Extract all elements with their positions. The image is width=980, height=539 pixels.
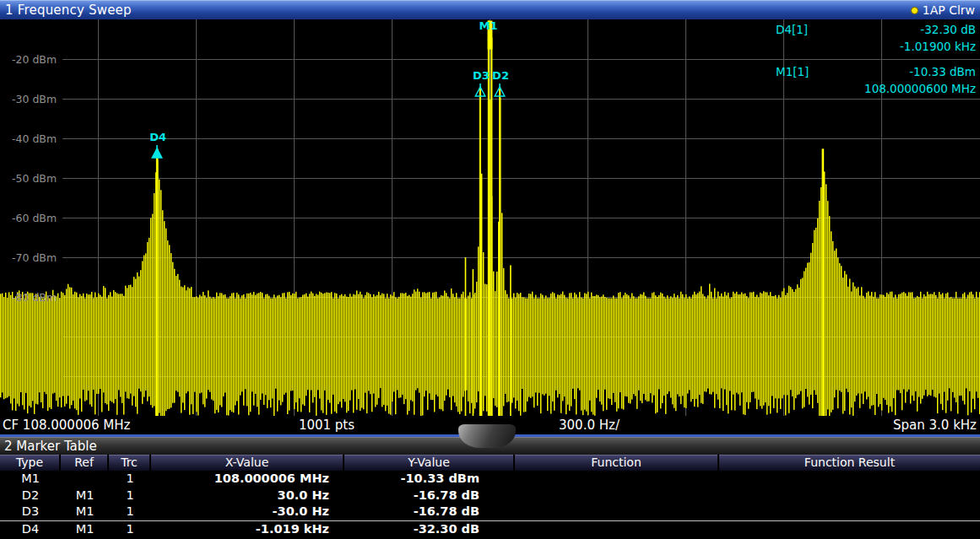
table-cell	[719, 521, 980, 538]
column-header-trc: Trc	[109, 455, 151, 471]
table-cell	[719, 504, 980, 520]
table-cell: 1	[109, 471, 151, 488]
table-cell	[719, 488, 980, 504]
column-header-y-value: Y-Value	[344, 455, 515, 471]
readout-marker-value: -32.30 dB	[920, 21, 976, 38]
table-cell	[515, 504, 719, 520]
trace-active-dot-icon	[911, 7, 918, 14]
table-cell	[61, 471, 109, 488]
marker-label-m1[interactable]: M1	[479, 19, 498, 32]
readout-marker-name: M1[1]	[776, 63, 809, 80]
marker-symbol-d2[interactable]	[494, 84, 506, 101]
column-header-function-result: Function Result	[719, 455, 980, 471]
y-axis-tick-label: -80 dBm	[12, 291, 57, 304]
analyzer-screen: 1 Frequency Sweep 1AP Clrw -20 dBm-30 dB…	[0, 0, 980, 539]
marker-table: TypeRefTrcX-ValueY-ValueFunctionFunction…	[0, 455, 980, 537]
readout-m11[interactable]: M1[1]-10.33 dBm108.00000600 MHz	[776, 63, 976, 98]
sweep-points-value: 1001 pts	[284, 418, 369, 433]
trace-indicator[interactable]: 1AP Clrw	[911, 3, 975, 17]
table-cell: D2	[0, 488, 61, 504]
marker-table-header: TypeRefTrcX-ValueY-ValueFunctionFunction…	[0, 455, 980, 471]
center-frequency-value[interactable]: CF 108.000006 MHz	[3, 418, 130, 433]
marker-table-row-d4[interactable]: D4M11-1.019 kHz-32.30 dB	[0, 521, 980, 538]
readout-d41[interactable]: D4[1]-32.30 dB-1.01900 kHz	[776, 21, 976, 56]
span-value[interactable]: Span 3.0 kHz	[893, 418, 977, 433]
table-cell: -32.30 dB	[344, 521, 515, 538]
marker-table-row-d2[interactable]: D2M1130.0 Hz-16.78 dB	[0, 488, 980, 504]
marker-label-d3[interactable]: D3	[473, 69, 490, 82]
table-cell: 1	[109, 504, 151, 520]
table-cell: 30.0 Hz	[151, 488, 344, 504]
table-cell: D3	[0, 504, 61, 520]
marker-symbol-d3[interactable]	[474, 84, 486, 101]
table-cell: -16.78 dB	[344, 504, 515, 520]
marker-table-row-m1[interactable]: M11108.000006 MHz-10.33 dBm	[0, 471, 980, 488]
column-header-function: Function	[515, 455, 719, 471]
y-axis-tick-label: -70 dBm	[12, 251, 57, 264]
column-header-ref: Ref	[61, 455, 109, 471]
readout-marker-value: -10.33 dBm	[909, 63, 976, 80]
y-axis-tick-label: -30 dBm	[12, 93, 57, 105]
window-title: 2 Marker Table	[4, 439, 97, 454]
trace-mode-label: 1AP Clrw	[923, 3, 975, 17]
window-title: 1 Frequency Sweep	[5, 3, 132, 18]
hz-per-division-value: 300.0 Hz/	[547, 418, 631, 433]
table-cell: M1	[61, 488, 109, 504]
table-cell: 1	[109, 488, 151, 504]
table-cell: 1	[109, 521, 151, 538]
marker-readout-panel[interactable]: D4[1]-32.30 dB-1.01900 kHzM1[1]-10.33 dB…	[776, 21, 976, 105]
frequency-sweep-titlebar[interactable]: 1 Frequency Sweep 1AP Clrw	[0, 0, 980, 19]
marker-table-body: M11108.000006 MHz-10.33 dBmD2M1130.0 Hz-…	[0, 471, 980, 537]
y-axis-tick-label: -40 dBm	[12, 132, 57, 145]
table-cell: M1	[61, 521, 109, 538]
table-cell	[719, 471, 980, 488]
y-axis-tick-label: -50 dBm	[12, 172, 57, 185]
y-axis-tick-label: -20 dBm	[12, 53, 57, 66]
table-cell: -10.33 dBm	[344, 471, 515, 488]
marker-label-d2[interactable]: D2	[492, 69, 509, 82]
marker-table-row-d3[interactable]: D3M11-30.0 Hz-16.78 dB	[0, 504, 980, 520]
table-cell: M1	[0, 471, 61, 488]
table-cell: M1	[61, 504, 109, 520]
readout-marker-sub-value: 108.00000600 MHz	[776, 80, 976, 98]
table-cell	[515, 471, 719, 488]
window-splitter-handle[interactable]	[458, 424, 516, 448]
spectrum-plot: -20 dBm-30 dBm-40 dBm-50 dBm-60 dBm-70 d…	[0, 19, 980, 416]
table-cell: D4	[0, 521, 61, 538]
marker-label-d4[interactable]: D4	[149, 131, 166, 143]
table-cell	[515, 521, 719, 538]
column-header-type: Type	[0, 455, 61, 471]
table-cell: -1.019 kHz	[151, 521, 344, 538]
table-cell	[515, 488, 719, 504]
table-cell: -16.78 dB	[344, 488, 515, 504]
y-axis-tick-label: -60 dBm	[12, 212, 57, 224]
column-header-x-value: X-Value	[151, 455, 344, 471]
readout-marker-sub-value: -1.01900 kHz	[776, 38, 976, 56]
marker-symbol-d4[interactable]	[151, 145, 163, 163]
table-cell: 108.000006 MHz	[151, 471, 344, 488]
readout-marker-name: D4[1]	[776, 21, 808, 38]
table-cell: -30.0 Hz	[151, 504, 344, 520]
